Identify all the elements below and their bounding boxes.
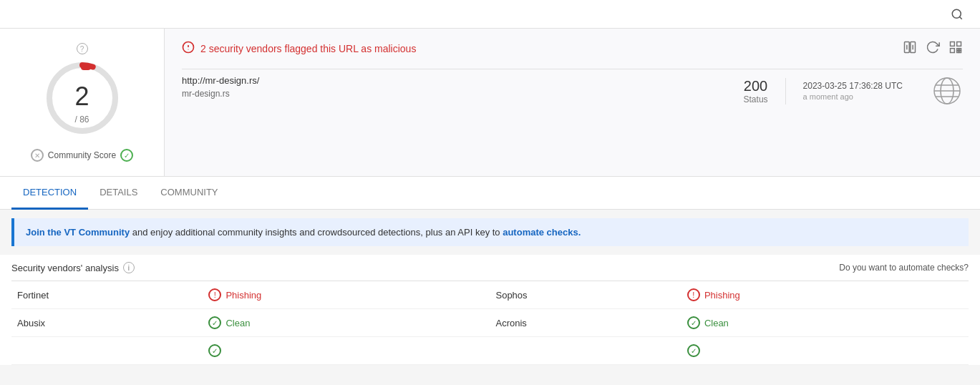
tab-detection[interactable]: DETECTION [11,177,88,210]
datetime-block: 2023-03-25 17:36:28 UTC a moment ago [786,81,920,101]
svg-rect-12 [957,42,961,47]
join-community-link[interactable]: Join the VT Community [26,227,130,238]
domain-text: mr-design.rs [182,89,259,99]
alert-text: 2 security vendors flagged this URL as m… [200,43,416,54]
toolbar-icons [903,40,963,57]
community-banner: Join the VT Community and enjoy addition… [11,218,969,246]
refresh-icon[interactable] [926,40,940,57]
info-icon[interactable]: i [123,262,135,273]
clean-icon-abusix: ✓ [208,316,221,329]
vendors-table: Fortinet ! Phishing Sophos ! Phishing [11,281,969,365]
table-row: Abusix ✓ Clean Acronis ✓ Clean [11,309,969,337]
community-score-label: Community Score [48,150,116,160]
url-text: http://mr-design.rs/ [182,75,259,86]
svg-line-1 [959,16,961,19]
svg-rect-14 [957,49,959,51]
analysis-title: Security vendors' analysis i [11,262,135,273]
automate-checks-link[interactable]: automate checks. [503,227,581,238]
vendor-name-row3-right [490,337,681,365]
analysis-section: Security vendors' analysis i Do you want… [0,255,980,365]
score-total: / 86 [74,114,89,125]
vendor-name-sophos: Sophos [490,281,681,309]
phishing-label-fortinet: Phishing [225,290,261,301]
url-row: http://mr-design.rs/ mr-design.rs 200 St… [182,69,963,107]
vendor-result-fortinet: ! Phishing [203,281,490,309]
score-number: 2 [74,82,89,112]
vendor-result-row3-right: ✓ [681,337,969,365]
tabs-section: DETECTION DETAILS COMMUNITY [0,177,980,210]
status-label: Status [744,94,768,104]
svg-point-6 [188,49,188,49]
vendor-result-sophos: ! Phishing [681,281,969,309]
status-block: 200 Status [727,78,786,104]
phishing-icon-fortinet: ! [208,288,221,301]
phishing-label-sophos: Phishing [704,290,740,301]
qr-icon[interactable] [949,40,963,57]
vendor-name-acronis: Acronis [490,309,681,337]
tab-details[interactable]: DETAILS [88,177,149,210]
x-icon: ✕ [31,149,44,162]
table-row: Fortinet ! Phishing Sophos ! Phishing [11,281,969,309]
url-info: http://mr-design.rs/ mr-design.rs [182,75,259,99]
score-panel: ? 2 / 86 ✕ Community Score ✓ [0,29,165,176]
analysis-title-text: Security vendors' analysis [11,263,119,273]
table-row: ✓ ✓ [11,337,969,365]
svg-rect-11 [951,42,955,47]
info-panel: 2 security vendors flagged this URL as m… [165,29,980,176]
svg-rect-16 [957,51,959,53]
compare-icon[interactable] [903,40,917,57]
automate-question: Do you want to automate checks? [839,263,969,273]
clean-label-acronis: Clean [704,318,729,328]
svg-rect-13 [951,49,955,53]
status-code: 200 [744,78,767,94]
gauge-indicator [81,64,91,70]
community-score-row: ✕ Community Score ✓ [31,149,133,162]
phishing-icon-sophos: ! [687,288,700,301]
vendor-name-fortinet: Fortinet [11,281,203,309]
moment-text: a moment ago [803,92,903,101]
alert-row: 2 security vendors flagged this URL as m… [182,40,963,57]
clean-icon-acronis: ✓ [687,316,700,329]
svg-rect-17 [959,51,961,53]
vendor-result-acronis: ✓ Clean [681,309,969,337]
svg-rect-15 [959,49,961,51]
tab-community[interactable]: COMMUNITY [149,177,229,210]
help-icon[interactable]: ? [77,43,88,54]
clean-icon-row3-left: ✓ [208,344,221,357]
analysis-header: Security vendors' analysis i Do you want… [11,255,969,281]
alert-icon [182,41,195,57]
datetime-text: 2023-03-25 17:36:28 UTC [803,81,903,91]
svg-point-0 [952,9,961,18]
gauge-container: 2 / 86 [43,59,122,137]
banner-middle-text: and enjoy additional community insights … [130,227,503,238]
vendor-result-abusix: ✓ Clean [203,309,490,337]
clean-icon-row3-right: ✓ [687,344,700,357]
vendor-result-row3-left: ✓ [203,337,490,365]
globe-icon [920,75,963,107]
search-icon[interactable] [946,3,969,26]
vendor-name-row3-left [11,337,203,365]
top-bar [0,0,980,29]
check-icon: ✓ [120,149,133,162]
clean-label-abusix: Clean [225,318,250,328]
vendor-name-abusix: Abusix [11,309,203,337]
upper-section: ? 2 / 86 ✕ Community Score ✓ [0,29,980,177]
